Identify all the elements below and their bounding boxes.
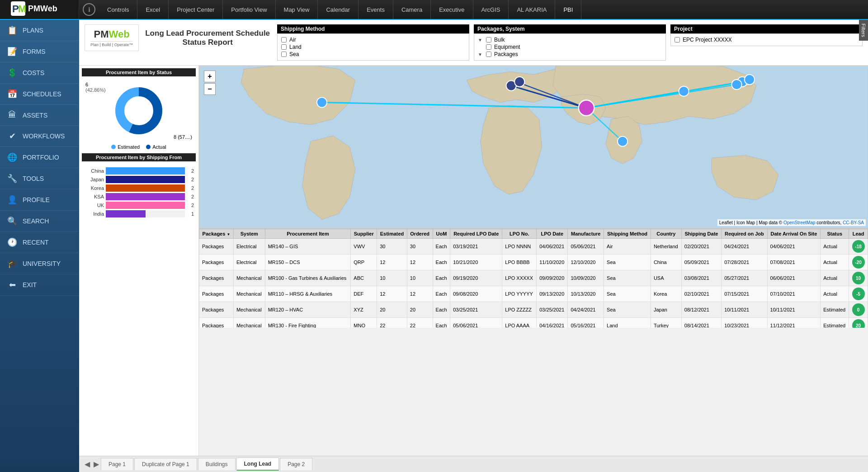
- col-ordered[interactable]: Ordered: [407, 229, 433, 239]
- equipment-checkbox[interactable]: [486, 44, 491, 50]
- nav-portfolio-view[interactable]: Portfolio View: [223, 0, 275, 19]
- col-system[interactable]: System: [233, 229, 265, 239]
- air-checkbox[interactable]: [281, 37, 287, 42]
- bar-value-uk: 2: [187, 203, 194, 208]
- sidebar-item-portfolio[interactable]: 🌐 PORTFOLIO: [0, 147, 79, 168]
- nav-executive[interactable]: Executive: [431, 0, 473, 19]
- table-cell: LPO NNNN: [502, 239, 537, 255]
- table-cell: USA: [651, 270, 681, 286]
- nav-calendar[interactable]: Calendar: [318, 0, 359, 19]
- col-required-on-job[interactable]: Required on Job: [722, 229, 767, 239]
- col-country[interactable]: Country: [651, 229, 681, 239]
- table-row[interactable]: PackagesMechanicalMR130 - Fire FightingM…: [199, 318, 868, 328]
- bulk-checkbox[interactable]: [486, 37, 491, 42]
- bar-fill-korea: [106, 184, 185, 192]
- table-cell: Japan: [651, 302, 681, 318]
- table-body: PackagesElectricalMR140 – GISVWV3030Each…: [199, 239, 868, 328]
- sidebar-item-plans[interactable]: 📋 PLANS: [0, 20, 79, 41]
- bar-track-japan: [106, 176, 185, 183]
- leaflet-link[interactable]: Leaflet: [719, 220, 733, 225]
- assets-icon: 🏛: [7, 110, 17, 120]
- tab-long-lead[interactable]: Long Lead: [236, 458, 279, 471]
- col-lead[interactable]: Lead: [849, 229, 868, 239]
- sidebar-item-workflows[interactable]: ✔ WORKFLOWS: [0, 126, 79, 147]
- sidebar-item-exit[interactable]: ⬅ EXIT: [0, 274, 79, 296]
- epc-project-checkbox[interactable]: [675, 37, 680, 42]
- bar-label-japan: Japan: [84, 177, 104, 182]
- nav-excel[interactable]: Excel: [137, 0, 169, 19]
- col-date-arrival-on-site[interactable]: Date Arrival On Site: [767, 229, 821, 239]
- sidebar-item-recent[interactable]: 🕐 RECENT: [0, 232, 79, 253]
- info-icon[interactable]: ℹ: [83, 3, 95, 16]
- tab-page1[interactable]: Page 1: [101, 458, 133, 470]
- table-row[interactable]: PackagesMechanicalMR100 - Gas Turbines &…: [199, 270, 868, 286]
- sidebar-item-costs[interactable]: 💲 COSTS: [0, 62, 79, 84]
- nav-events[interactable]: Events: [359, 0, 393, 19]
- tab-nav-right[interactable]: ▶: [92, 460, 101, 468]
- sea-checkbox[interactable]: [281, 52, 287, 57]
- status-cell: Actual: [821, 255, 849, 270]
- nav-arcgis[interactable]: ArcGIS: [473, 0, 509, 19]
- actual-label: Actual: [152, 144, 166, 150]
- zoom-out-button[interactable]: −: [204, 83, 216, 95]
- table-cell: Packages: [199, 302, 234, 318]
- bar-row-china: China 2: [84, 167, 194, 175]
- sidebar-item-schedules[interactable]: 📅 SCHEDULES: [0, 84, 79, 105]
- packages-checkbox[interactable]: [486, 52, 491, 57]
- sidebar-item-profile[interactable]: 👤 PROFILE: [0, 189, 79, 211]
- table-row[interactable]: PackagesMechanicalMR110 – HRSG & Auxilia…: [199, 286, 868, 302]
- bar-row-uk: UK 2: [84, 202, 194, 209]
- nav-controls[interactable]: Controls: [99, 0, 137, 19]
- ccbysa-link[interactable]: CC-BY-SA: [843, 220, 864, 225]
- nav-project-center[interactable]: Project Center: [169, 0, 223, 19]
- sidebar-item-forms[interactable]: 📝 FORMS: [0, 41, 79, 62]
- col-required-lpo-date[interactable]: Required LPO Date: [450, 229, 502, 239]
- table-cell: 09/08/2020: [450, 286, 502, 302]
- svg-text:PMWeb: PMWeb: [28, 4, 57, 13]
- zoom-in-button[interactable]: +: [204, 71, 216, 82]
- table-row[interactable]: PackagesElectricalMR150 – DCSQRP1212Each…: [199, 255, 868, 270]
- col-lpo-no[interactable]: LPO No.: [502, 229, 537, 239]
- col-packages[interactable]: Packages ▼: [199, 229, 234, 239]
- col-procurement-item[interactable]: Procurement Item: [265, 229, 351, 239]
- table-row[interactable]: PackagesElectricalMR140 – GISVWV3030Each…: [199, 239, 868, 255]
- table-cell: 30: [407, 239, 433, 255]
- sidebar-item-assets[interactable]: 🏛 ASSETS: [0, 105, 79, 126]
- openstreetmap-link[interactable]: OpenStreetMap: [783, 220, 816, 225]
- tab-page2[interactable]: Page 2: [280, 458, 312, 470]
- icon-map-link[interactable]: Icon Map: [736, 220, 755, 225]
- tab-nav-left[interactable]: ◀: [83, 460, 92, 468]
- estimated-label: Estimated: [118, 144, 140, 150]
- col-manufacture[interactable]: Manufacture: [568, 229, 604, 239]
- nav-map-view[interactable]: Map View: [276, 0, 318, 19]
- lead-cell: 0: [849, 302, 868, 318]
- filters-tab[interactable]: Filters: [859, 20, 868, 41]
- land-checkbox[interactable]: [281, 44, 287, 50]
- tab-buildings[interactable]: Buildings: [198, 458, 236, 470]
- sidebar-item-search[interactable]: 🔍 SEARCH: [0, 211, 79, 232]
- table-cell: 12: [377, 286, 407, 302]
- lead-cell: -20: [849, 255, 868, 270]
- col-estimated[interactable]: Estimated: [377, 229, 407, 239]
- nav-pbi[interactable]: PBI: [555, 0, 581, 19]
- col-lpo-date[interactable]: LPO Date: [537, 229, 568, 239]
- sidebar-item-tools[interactable]: 🔧 TOOLS: [0, 168, 79, 189]
- lead-badge: -20: [852, 256, 865, 269]
- col-uom[interactable]: UoM: [433, 229, 450, 239]
- nav-camera[interactable]: Camera: [393, 0, 431, 19]
- nav-al-akaria[interactable]: AL AKARIA: [509, 0, 555, 19]
- col-supplier[interactable]: Supplier: [351, 229, 377, 239]
- tab-duplicate-page1[interactable]: Duplicate of Page 1: [134, 458, 197, 470]
- table-row[interactable]: PackagesMechanicalMR120 – HVACXYZ2020Eac…: [199, 302, 868, 318]
- table-cell: LPO AAAA: [502, 318, 537, 328]
- actual-dot: [146, 145, 151, 149]
- table-cell: 12: [407, 286, 433, 302]
- col-status[interactable]: Status: [821, 229, 849, 239]
- sidebar-item-university[interactable]: 🎓 UNIVERSITY: [0, 253, 79, 274]
- filter-boxes: Shipping Method Air Land Sea Packages, S…: [277, 24, 863, 61]
- svg-point-19: [745, 75, 755, 85]
- col-shipping-method[interactable]: Shipping Method: [604, 229, 651, 239]
- table-cell: 30: [377, 239, 407, 255]
- status-cell: Estimated: [821, 318, 849, 328]
- col-shipping-date[interactable]: Shipping Date: [681, 229, 721, 239]
